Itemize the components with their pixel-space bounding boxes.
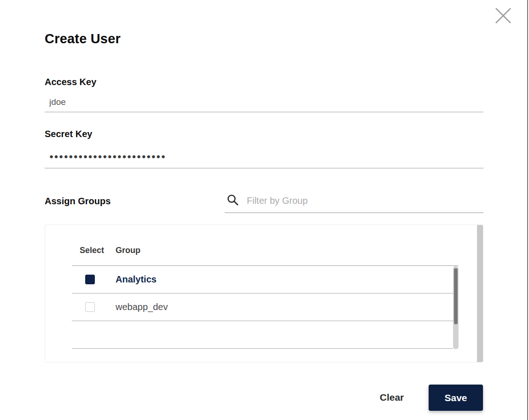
page-title: Create User xyxy=(45,31,121,46)
search-icon xyxy=(227,194,239,208)
group-checkbox[interactable] xyxy=(85,302,95,312)
table-scrollbar-thumb[interactable] xyxy=(454,268,458,324)
group-name: Analytics xyxy=(116,274,157,285)
assign-groups-label: Assign Groups xyxy=(45,196,110,207)
table-scrollbar[interactable] xyxy=(453,266,459,349)
modal-content: Create User Access Key Secret Key Assign… xyxy=(45,0,483,420)
groups-rows: Analytics webapp_dev xyxy=(72,266,453,349)
group-filter-input[interactable] xyxy=(239,196,483,208)
group-name: webapp_dev xyxy=(116,302,168,312)
save-button[interactable]: Save xyxy=(429,385,483,411)
table-row[interactable]: Analytics xyxy=(72,266,453,293)
groups-table: Select Group Analytics webapp_dev xyxy=(72,225,459,362)
secret-key-label: Secret Key xyxy=(45,129,92,139)
container-scrollbar[interactable] xyxy=(477,225,483,362)
access-key-input[interactable] xyxy=(45,96,483,112)
secret-key-input[interactable] xyxy=(45,148,483,168)
column-header-group: Group xyxy=(116,246,140,255)
clear-button[interactable]: Clear xyxy=(367,388,417,407)
group-filter-field xyxy=(225,190,483,213)
table-row[interactable]: webapp_dev xyxy=(72,293,453,321)
group-checkbox[interactable] xyxy=(85,275,95,284)
groups-table-container: Select Group Analytics webapp_dev xyxy=(45,224,483,362)
column-header-select: Select xyxy=(80,246,104,255)
empty-row xyxy=(72,321,453,349)
access-key-label: Access Key xyxy=(45,77,96,87)
close-icon xyxy=(494,6,512,25)
window-edge xyxy=(527,0,528,420)
close-button[interactable] xyxy=(494,6,512,25)
